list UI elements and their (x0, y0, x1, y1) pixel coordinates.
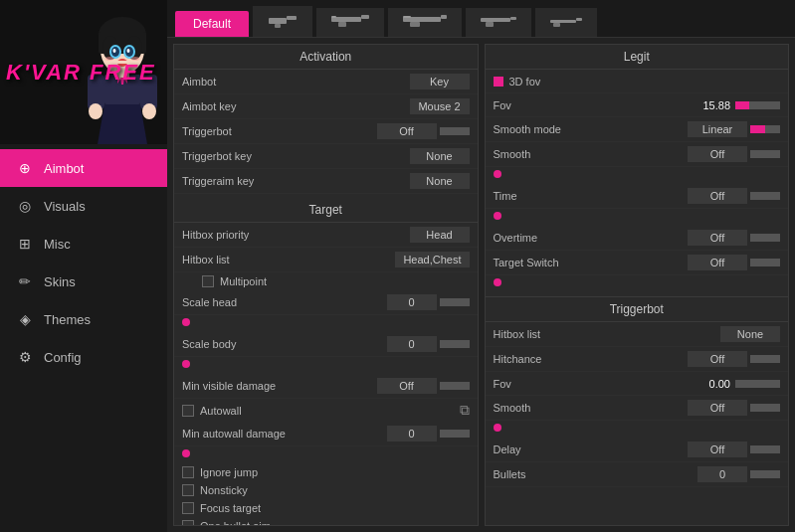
value-scale-body: 0 (387, 336, 470, 352)
row-hitbox-list: Hitbox list Head,Chest (174, 248, 478, 272)
svg-rect-27 (287, 16, 297, 20)
val-scale-head[interactable]: 0 (387, 294, 437, 310)
value-delay: Off (688, 442, 780, 457)
val-target-switch[interactable]: Off (688, 255, 747, 270)
scale-head-dot (182, 318, 190, 326)
label-aimbot: Aimbot (182, 76, 404, 88)
val-trig-fov: 0.00 (709, 378, 730, 390)
val-triggerbot-key[interactable]: None (410, 148, 470, 164)
val-fov: 15.88 (702, 99, 730, 111)
row-hitchance: Hitchance Off (486, 347, 789, 372)
svg-rect-36 (403, 16, 411, 18)
val-triggeraim-key[interactable]: None (410, 173, 470, 189)
trig-fov-slider[interactable] (735, 380, 780, 388)
row-hitbox-priority: Hitbox priority Head (174, 223, 478, 248)
value-triggerbot: Off (377, 123, 470, 139)
nav-item-visuals[interactable]: ◎ Visuals (0, 187, 167, 225)
value-aimbot: Key (410, 74, 470, 89)
val-overtime[interactable]: Off (688, 230, 747, 246)
svg-point-13 (127, 49, 130, 53)
svg-rect-30 (361, 15, 369, 19)
value-triggeraim-key: None (410, 173, 470, 189)
triggerbot-slider[interactable] (440, 127, 470, 135)
target-switch-slider[interactable] (750, 259, 780, 266)
one-bullet-checkbox[interactable] (182, 520, 194, 526)
val-aimbot[interactable]: Key (410, 74, 470, 89)
val-scale-body[interactable]: 0 (387, 336, 437, 352)
overtime-slider[interactable] (750, 234, 780, 242)
smooth-mode-slider[interactable] (750, 125, 780, 133)
label-aimbot-key: Aimbot key (182, 100, 404, 112)
row-scale-body: Scale body 0 (174, 332, 478, 357)
target-switch-dot (494, 278, 501, 286)
focus-target-checkbox[interactable] (182, 502, 194, 514)
ignore-jump-checkbox[interactable] (182, 466, 194, 478)
value-hitbox-priority: Head (410, 227, 470, 243)
time-slider[interactable] (750, 192, 780, 200)
row-fov: Fov 15.88 (486, 93, 789, 117)
value-hitbox-list: Head,Chest (395, 252, 469, 267)
val-delay[interactable]: Off (688, 442, 747, 457)
nav-item-themes[interactable]: ◈ Themes (0, 300, 167, 338)
val-min-visible[interactable]: Off (377, 378, 437, 394)
hitchance-slider[interactable] (750, 355, 780, 363)
svg-rect-42 (553, 23, 560, 27)
tab-gun3[interactable] (388, 8, 462, 37)
label-overtime: Overtime (494, 232, 683, 244)
val-triggerbot[interactable]: Off (377, 123, 437, 139)
val-trig-hitbox[interactable]: None (720, 326, 780, 342)
nav-label-themes: Themes (44, 312, 91, 327)
visuals-icon: ◎ (16, 197, 34, 215)
label-trig-fov: Fov (494, 378, 703, 390)
logo-text: K'VAR FREE (6, 60, 156, 86)
skins-icon: ✏ (16, 272, 34, 290)
label-3d-fov: 3D fov (509, 76, 781, 88)
value-min-autowall: 0 (387, 426, 470, 442)
nav-item-aimbot[interactable]: ⊕ Aimbot (0, 149, 167, 187)
autowall-copy-icon[interactable]: ⧉ (460, 402, 470, 419)
val-min-autowall[interactable]: 0 (387, 426, 437, 442)
val-aimbot-key[interactable]: Mouse 2 (410, 98, 470, 114)
nonsticky-checkbox[interactable] (182, 484, 194, 496)
bullets-slider[interactable] (750, 470, 780, 478)
val-hitbox-priority[interactable]: Head (410, 227, 470, 243)
delay-slider[interactable] (750, 445, 780, 453)
aimbot-icon: ⊕ (16, 159, 34, 177)
svg-marker-22 (98, 104, 147, 144)
tab-default[interactable]: Default (175, 11, 249, 37)
smooth-slider[interactable] (750, 150, 780, 158)
val-hitbox-list[interactable]: Head,Chest (395, 252, 469, 267)
label-trig-smooth: Smooth (494, 402, 683, 414)
multipoint-checkbox[interactable] (202, 275, 214, 287)
val-trig-smooth[interactable]: Off (688, 400, 747, 416)
tab-gun5[interactable] (535, 8, 597, 37)
multipoint-label: Multipoint (220, 275, 267, 287)
value-scale-head: 0 (387, 294, 470, 310)
scale-head-slider[interactable] (440, 298, 470, 306)
svg-rect-39 (486, 22, 494, 27)
min-autowall-slider[interactable] (440, 430, 470, 438)
val-bullets[interactable]: 0 (697, 466, 747, 482)
min-visible-slider[interactable] (440, 382, 470, 390)
svg-rect-34 (441, 15, 447, 19)
nav-item-config[interactable]: ⚙ Config (0, 338, 167, 376)
val-time[interactable]: Off (688, 188, 747, 204)
scale-body-slider[interactable] (440, 340, 470, 348)
label-hitbox-list: Hitbox list (182, 254, 389, 266)
tab-gun1[interactable] (253, 6, 312, 37)
val-smooth[interactable]: Off (688, 146, 747, 162)
val-hitchance[interactable]: Off (688, 351, 747, 367)
fov-slider[interactable] (735, 101, 780, 109)
tab-gun2[interactable] (316, 8, 384, 37)
nav-label-skins: Skins (44, 274, 76, 289)
nav-item-misc[interactable]: ⊞ Misc (0, 225, 167, 263)
autowall-checkbox[interactable] (182, 405, 194, 417)
trig-smooth-slider[interactable] (750, 404, 780, 412)
row-min-autowall: Min autowall damage 0 (174, 422, 478, 446)
label-triggerbot-key: Triggerbot key (182, 150, 404, 162)
autowall-row: Autowall ⧉ (174, 399, 478, 422)
nav-item-skins[interactable]: ✏ Skins (0, 263, 167, 300)
tab-gun4[interactable] (466, 8, 531, 37)
left-panel: Activation Aimbot Key Aimbot key Mouse 2… (173, 44, 479, 526)
val-smooth-mode[interactable]: Linear (688, 121, 747, 137)
